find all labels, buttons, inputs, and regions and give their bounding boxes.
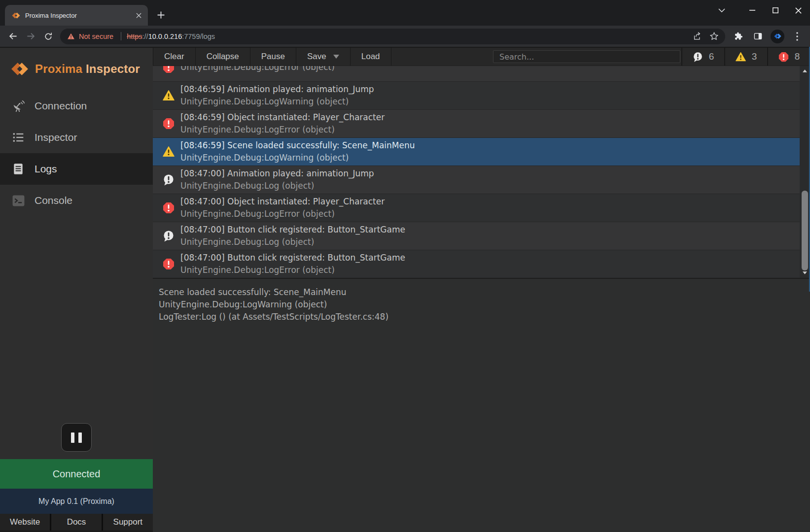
log-stacktrace: UnityEngine.Debug:Log (object) [180,236,405,248]
log-stacktrace: UnityEngine.Debug:LogError (object) [180,66,335,73]
info-bubble-icon [693,52,703,62]
warning-count-filter[interactable]: 3 [724,48,767,66]
log-row[interactable]: [08:46:59] Animation played: animation_J… [153,81,800,109]
error-count: 8 [795,51,800,62]
sidebar-item-inspector[interactable]: Inspector [0,122,153,153]
save-button[interactable]: Save [296,48,351,66]
error-octagon-icon [163,66,175,73]
sidebar-item-connection[interactable]: Connection [0,90,153,122]
window-close-button[interactable] [787,0,810,21]
satellite-dish-icon [11,100,26,113]
log-scrollbar[interactable] [800,66,810,278]
error-octagon-icon [163,258,175,270]
warning-count: 3 [752,51,757,62]
new-tab-button[interactable] [154,8,168,22]
scrollbar-thumb[interactable] [802,191,808,270]
docs-link[interactable]: Docs [51,514,101,531]
info-bubble-icon [163,230,175,242]
forward-icon[interactable] [22,28,39,45]
logs-toolbar: Clear Collapse Pause Save Load 6 [153,48,810,66]
clear-button[interactable]: Clear [153,48,196,66]
error-count-filter[interactable]: 8 [767,48,810,66]
pause-stream-button[interactable] [61,423,92,452]
scroll-down-icon[interactable] [800,269,810,277]
log-stacktrace: UnityEngine.Debug:LogWarning (object) [180,152,415,164]
search-input[interactable] [493,50,680,63]
profile-avatar[interactable] [769,28,786,45]
omnibox-divider [121,32,121,40]
log-message: [08:46:59] Object instantiated: Player_C… [180,111,385,124]
share-icon[interactable] [689,29,705,44]
log-row[interactable]: [08:47:00] Object instantiated: Player_C… [153,194,800,222]
omnibox[interactable]: Not secure https://10.0.0.216:7759/logs [60,29,725,44]
log-stacktrace: UnityEngine.Debug:Log (object) [180,180,374,192]
tab-close-icon[interactable] [134,11,143,20]
info-count-filter[interactable]: 6 [681,48,724,66]
document-icon [11,163,26,175]
sidebar-item-label: Inspector [35,132,77,143]
website-link[interactable]: Website [0,514,50,531]
warning-triangle-icon [163,90,175,101]
browser-addressbar: Not secure https://10.0.0.216:7759/logs [0,26,810,47]
load-button[interactable]: Load [351,48,391,66]
support-link[interactable]: Support [103,514,153,531]
collapse-button[interactable]: Collapse [196,48,250,66]
url-text: https://10.0.0.216:7759/logs [127,33,215,40]
log-message: [08:46:59] Animation played: animation_J… [180,83,374,96]
error-octagon-icon [163,202,175,214]
tab-title: Proxima Inspector [25,12,134,19]
window-maximize-button[interactable] [764,0,787,21]
log-stacktrace: UnityEngine.Debug:LogError (object) [180,208,385,220]
proxima-logo[interactable]: Proxima Inspector [0,48,153,79]
sidebar-item-console[interactable]: Console [0,185,153,216]
terminal-icon [11,194,26,207]
log-message: [08:46:59] Scene loaded successfully: Sc… [180,139,415,152]
warning-triangle-icon [163,146,175,158]
log-detail-panel: Scene loaded successfully: Scene_MainMen… [153,278,810,532]
log-stacktrace: UnityEngine.Debug:LogError (object) [180,264,405,276]
log-stacktrace: UnityEngine.Debug:LogWarning (object) [180,96,374,108]
scroll-up-icon[interactable] [800,67,810,75]
sidebar: Proxima Inspector Connection [0,48,153,532]
log-message: [08:47:00] Button click registered: Butt… [180,252,405,264]
tab-search-chevron-icon[interactable] [712,0,732,21]
side-panel-icon[interactable] [749,28,767,45]
pause-button[interactable]: Pause [250,48,296,66]
proxima-logo-icon [11,62,29,76]
security-label[interactable]: Not secure [79,33,113,40]
log-row[interactable]: [08:47:00] Button click registered: Butt… [153,222,800,250]
log-message: [08:47:00] Button click registered: Butt… [180,224,405,236]
logs-page: Clear Collapse Pause Save Load 6 [153,48,810,532]
browser-titlebar: Proxima Inspector [0,0,810,26]
menu-kebab-icon[interactable] [788,28,806,45]
log-row-selected[interactable]: [08:46:59] Scene loaded successfully: Sc… [153,137,800,166]
log-row[interactable]: [08:47:00] Button click registered: Butt… [153,250,800,278]
reload-icon[interactable] [39,28,57,45]
sidebar-item-logs[interactable]: Logs [0,153,153,185]
error-octagon-icon [778,52,789,62]
proxima-favicon-icon [12,12,20,19]
not-secure-warning-icon [67,33,75,40]
sidebar-item-label: Connection [35,100,87,112]
list-icon [11,131,26,144]
log-list: UnityEngine.Debug:LogError (object) [08:… [153,66,810,278]
log-row[interactable]: [08:47:00] Animation played: animation_J… [153,166,800,194]
brand-title: Proxima Inspector [35,62,140,76]
extensions-puzzle-icon[interactable] [729,28,747,45]
sidebar-item-label: Console [35,195,72,206]
back-icon[interactable] [4,28,22,45]
warning-triangle-icon [736,52,746,62]
window-minimize-button[interactable] [740,0,764,21]
save-dropdown-caret-icon[interactable] [333,55,339,59]
info-bubble-icon [163,174,175,186]
browser-tab[interactable]: Proxima Inspector [5,5,148,26]
log-message: [08:47:00] Object instantiated: Player_C… [180,196,385,208]
connection-status-badge: Connected [0,459,153,489]
sidebar-footer: Website Docs Support [0,514,153,531]
log-stacktrace: UnityEngine.Debug:LogError (object) [180,124,385,136]
log-row[interactable]: [08:46:59] Object instantiated: Player_C… [153,109,800,137]
log-row[interactable]: UnityEngine.Debug:LogError (object) [153,66,800,81]
log-message: [08:47:00] Animation played: animation_J… [180,167,374,180]
bookmark-star-icon[interactable] [705,29,722,44]
detail-stacktrace-1: UnityEngine.Debug:LogWarning (object) [159,299,810,311]
